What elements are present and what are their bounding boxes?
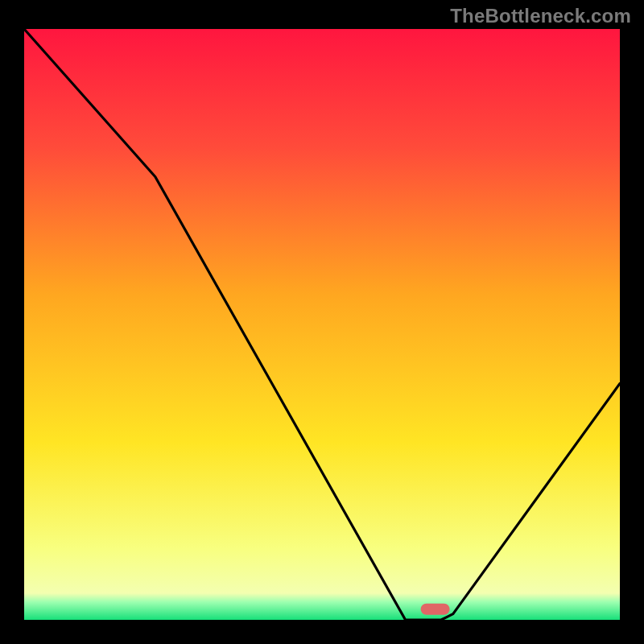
bottleneck-chart bbox=[0, 0, 644, 644]
watermark-text: TheBottleneck.com bbox=[450, 5, 631, 27]
optimal-marker bbox=[421, 604, 450, 615]
chart-frame: TheBottleneck.com bbox=[0, 0, 644, 644]
plot-background bbox=[24, 29, 620, 620]
